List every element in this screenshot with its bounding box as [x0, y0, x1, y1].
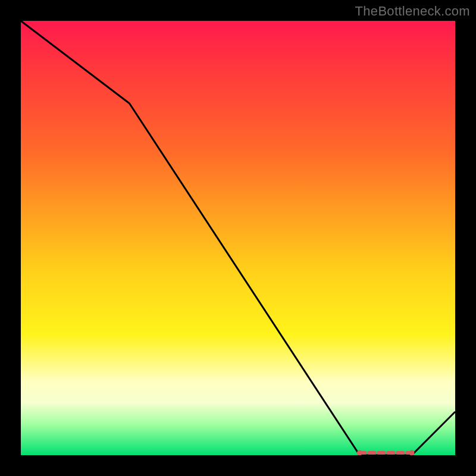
watermark-label: TheBottleneck.com	[355, 4, 470, 19]
chart-svg	[21, 21, 455, 455]
plot-area	[21, 21, 455, 455]
chart-line-group	[21, 21, 455, 455]
chart-container: TheBottleneck.com	[0, 0, 476, 476]
